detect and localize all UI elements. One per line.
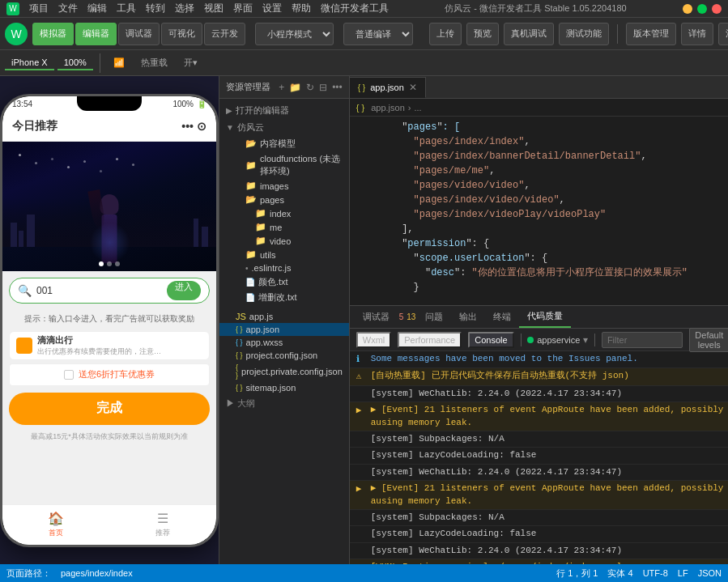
visualizer-tab[interactable]: 可视化 (161, 23, 202, 45)
minimize-button[interactable] (683, 4, 692, 14)
default-levels-button[interactable]: Default levels (689, 328, 728, 352)
phone-coupon-row[interactable]: 送您6折打车优惠券 (9, 363, 210, 386)
ft-item-colors[interactable]: 📄 颜色.txt (219, 274, 349, 290)
version-button[interactable]: 版本管理 (626, 23, 676, 45)
menu-item-tools[interactable]: 工具 (117, 2, 136, 15)
more-icon[interactable]: ••• (181, 120, 194, 133)
performance-view-button[interactable]: Performance (398, 332, 462, 348)
menu-item-view[interactable]: 视图 (204, 2, 224, 15)
preview-button[interactable]: 预览 (466, 23, 499, 45)
console-tab-debugger[interactable]: 调试器 (355, 307, 398, 328)
code-editor[interactable]: "pages": [ "pages/index/index", "pages/i… (350, 117, 728, 305)
test-button[interactable]: 测试功能 (559, 23, 609, 45)
console-message-3: ▶ ▶ [Event] 21 listeners of event AppRou… (350, 402, 728, 431)
msg-text-5: [system] LazyCodeLoading: false (371, 449, 728, 461)
filetree-outline-section[interactable]: ▶ 大纲 (219, 394, 349, 413)
phone-done-button[interactable]: 完成 (9, 393, 210, 425)
zoom-label[interactable]: 100% (57, 56, 93, 70)
ft-item-pages[interactable]: 📂 pages (219, 193, 349, 206)
hotreload-btn[interactable]: 热重载 (134, 55, 174, 70)
ft-item-eslintrc[interactable]: • .eslintrc.js (219, 261, 349, 274)
status-encoding[interactable]: UTF-8 (643, 568, 668, 578)
status-line-ending[interactable]: LF (678, 568, 688, 578)
workspace-section-label: 仿风云 (237, 121, 264, 134)
console-tab-terminal[interactable]: 终端 (485, 307, 519, 328)
ft-item-appjs[interactable]: JS app.js (219, 310, 349, 323)
ft-item-utils[interactable]: 📁 utils (219, 248, 349, 261)
code-content: "pages/index/bannerDetail/bannerDetail", (390, 149, 728, 164)
debugger-tab[interactable]: 调试器 (118, 23, 160, 45)
menu-item-interface[interactable]: 界面 (233, 2, 253, 15)
maximize-button[interactable] (697, 4, 707, 14)
ft-item-me[interactable]: 📁 me (219, 220, 349, 234)
menu-item-settings[interactable]: 设置 (262, 2, 282, 15)
phone-search-value[interactable]: 001 (36, 285, 162, 296)
menu-item-help[interactable]: 帮助 (292, 2, 311, 15)
status-line-col[interactable]: 行 1，列 1 (556, 567, 598, 580)
cloud-tab[interactable]: 云开发 (204, 23, 245, 45)
status-page-path[interactable]: pages/index/index (61, 568, 133, 578)
menu-item-wechat[interactable]: 微信开发者工具 (321, 2, 389, 15)
hero-dot-2[interactable] (107, 261, 112, 266)
ft-item-crud[interactable]: 📄 增删改.txt (219, 290, 349, 305)
status-path-label[interactable]: 页面路径： (6, 567, 51, 580)
messages-button[interactable]: 消息 (718, 23, 728, 45)
tab-close-icon[interactable]: ✕ (409, 82, 417, 93)
compile-selector[interactable]: 普通编译 (343, 23, 413, 45)
phone-nav-home[interactable]: 🏠 首页 (2, 511, 109, 538)
upload-button[interactable]: 上传 (429, 23, 462, 45)
editor-tab-appjson[interactable]: { } app.json ✕ (350, 77, 426, 98)
ft-item-projectprivate[interactable]: { } project.private.config.json (219, 362, 349, 381)
filetree-recent-section[interactable]: ▶ 打开的编辑器 (219, 102, 349, 119)
ft-item-projectconfig[interactable]: { } project.config.json (219, 349, 349, 362)
close-button[interactable] (712, 4, 722, 14)
coupon-checkbox[interactable] (64, 370, 74, 380)
menu-item-select[interactable]: 选择 (175, 2, 194, 15)
menu-item-project[interactable]: 项目 (29, 2, 49, 15)
detail-button[interactable]: 详情 (681, 23, 713, 45)
phone-bottom-nav: 🏠 首页 ☰ 推荐 (2, 504, 216, 545)
console-view-button[interactable]: Console (468, 332, 513, 348)
menu-item-edit[interactable]: 编辑 (87, 2, 107, 15)
console-filter-input[interactable] (602, 332, 683, 348)
menu-item-file[interactable]: 文件 (58, 2, 78, 15)
hero-dot-1[interactable] (99, 261, 104, 266)
ft-item-cloudfunctions[interactable]: 📁 cloudfunctions (未选择环境) (219, 151, 349, 179)
ft-images-label: images (260, 181, 288, 191)
camera-icon[interactable]: ⊙ (197, 120, 206, 133)
ft-item-images[interactable]: 📁 images (219, 179, 349, 193)
ft-item-content-model[interactable]: 📂 内容模型 (219, 136, 349, 151)
appservice-selector[interactable]: appservice ▾ (527, 334, 588, 346)
ft-item-appjson[interactable]: { } app.json (219, 323, 349, 336)
real-machine-button[interactable]: 真机调试 (504, 23, 554, 45)
simulator-tab[interactable]: 模拟器 (32, 23, 74, 45)
more-options-icon[interactable]: ••• (332, 82, 343, 93)
mode-selector[interactable]: 小程序模式 (255, 23, 334, 45)
collapse-all-icon[interactable]: ⊟ (319, 82, 327, 93)
filetree-workspace-section[interactable]: ▼ 仿风云 (219, 119, 349, 136)
new-file-icon[interactable]: + (279, 82, 284, 93)
console-tab-output[interactable]: 输出 (451, 307, 485, 328)
device-label[interactable]: iPhone X (5, 56, 54, 70)
open-btn[interactable]: 开▾ (177, 55, 204, 70)
console-message-1: ⚠ [自动热重载] 已开启代码文件保存后自动热重载(不支持 json) (350, 368, 728, 385)
line-number (356, 164, 381, 178)
ft-item-appwxss[interactable]: { } app.wxss (219, 336, 349, 349)
ft-item-video[interactable]: 📁 video (219, 234, 349, 248)
ft-item-index[interactable]: 📁 index (219, 206, 349, 220)
phone-nav-dots: ••• ⊙ (181, 120, 206, 133)
editor-tab[interactable]: 编辑器 (75, 23, 117, 45)
wxml-view-button[interactable]: Wxml (356, 332, 392, 348)
console-tab-issues[interactable]: 问题 (417, 307, 451, 328)
status-format[interactable]: JSON (698, 568, 722, 578)
phone-nav-recommend[interactable]: ☰ 推荐 (109, 511, 216, 538)
refresh-icon[interactable]: ↻ (306, 82, 314, 93)
phone-search-button[interactable]: 进入 (167, 281, 201, 300)
new-folder-icon[interactable]: 📁 (289, 82, 301, 93)
hero-dot-3[interactable] (115, 261, 120, 266)
menu-item-goto[interactable]: 转到 (146, 2, 165, 15)
status-spaces[interactable]: 实体 4 (607, 567, 632, 580)
console-tab-quality[interactable]: 代码质量 (519, 307, 571, 328)
phone-ad-banner[interactable]: 滴滴出行 出行优惠券有续费需要使用的，注意也会活动报名参与前往领取 (9, 331, 210, 360)
ft-item-sitemap[interactable]: { } sitemap.json (219, 381, 349, 394)
